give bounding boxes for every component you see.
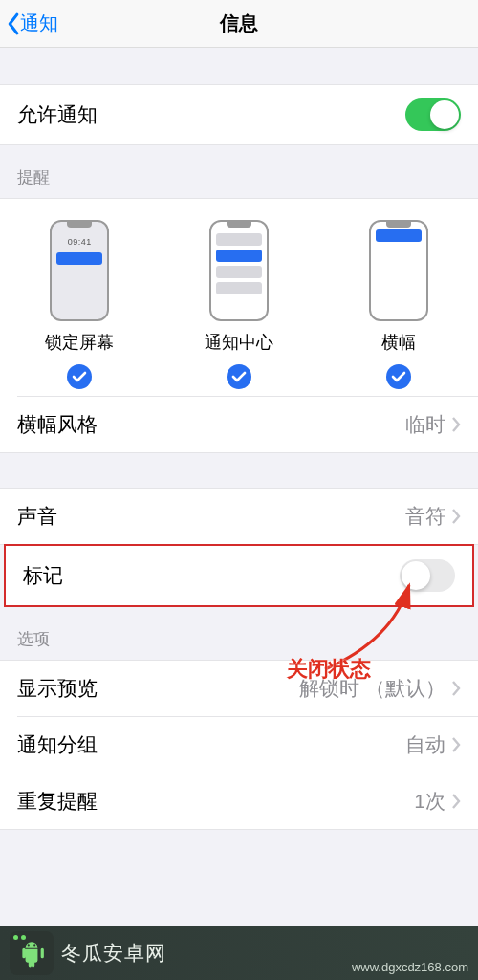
alert-option-banner[interactable]: 横幅 [319,220,477,390]
sound-badge-group: 声音 音符 [0,488,478,545]
sound-value: 音符 [405,503,445,530]
svg-point-1 [227,364,251,389]
badge-toggle[interactable] [400,559,455,592]
banner-style-row[interactable]: 横幅风格 临时 [0,397,478,452]
alerts-group: 09:41 锁定屏幕 通知中心 [0,198,478,453]
check-circle-icon [66,363,93,390]
grouping-value: 自动 [405,731,445,758]
svg-point-0 [67,364,92,389]
chevron-right-icon [451,793,461,810]
preview-row[interactable]: 显示预览 解锁时 （默认） [0,661,478,716]
nav-bar: 通知 信息 [0,0,478,48]
banner-style-label: 横幅风格 [17,411,405,438]
sound-label: 声音 [17,503,405,530]
grouping-label: 通知分组 [17,731,405,758]
chevron-right-icon [451,416,461,433]
chevron-right-icon [451,508,461,525]
badge-highlight-box: 标记 [4,544,474,607]
android-logo-icon [10,931,54,975]
preview-value: 解锁时 （默认） [299,675,445,702]
grouping-row[interactable]: 通知分组 自动 [0,717,478,773]
check-circle-icon [226,363,252,390]
chevron-right-icon [451,736,461,753]
alert-label: 通知中心 [205,331,273,354]
alert-label: 横幅 [381,331,416,354]
options-header: 选项 [0,607,478,660]
repeat-label: 重复提醒 [17,788,414,815]
page-title: 信息 [0,11,478,36]
svg-point-3 [28,944,30,946]
back-label: 通知 [20,11,58,36]
repeat-row[interactable]: 重复提醒 1次 [0,773,478,829]
repeat-value: 1次 [414,788,445,815]
back-button[interactable]: 通知 [0,11,58,36]
svg-point-4 [33,944,35,946]
chevron-left-icon [6,12,20,35]
options-group: 显示预览 解锁时 （默认） 通知分组 自动 重复提醒 1次 [0,660,478,830]
footer-brand: 冬瓜安卓网 [61,940,166,967]
allow-group: 允许通知 [0,84,478,145]
allow-toggle[interactable] [405,98,461,131]
footer-url: www.dgxcdz168.com [352,960,468,974]
chevron-right-icon [451,680,461,697]
preview-label: 显示预览 [17,675,299,702]
sound-row[interactable]: 声音 音符 [0,489,478,544]
alert-style-row: 09:41 锁定屏幕 通知中心 [0,199,478,396]
alert-option-lock[interactable]: 09:41 锁定屏幕 [1,220,159,390]
allow-label: 允许通知 [17,101,405,128]
check-circle-icon [385,363,412,390]
banner-style-value: 临时 [405,411,445,438]
alerts-header: 提醒 [0,145,478,198]
alert-option-center[interactable]: 通知中心 [160,220,317,390]
lock-screen-preview-icon: 09:41 [50,220,109,321]
badge-label: 标记 [23,562,400,589]
badge-row[interactable]: 标记 [6,546,472,605]
banner-preview-icon [369,220,428,321]
footer-watermark: 冬瓜安卓网 www.dgxcdz168.com [0,926,478,980]
allow-notifications-row[interactable]: 允许通知 [0,85,478,144]
svg-point-2 [386,364,411,389]
notification-center-preview-icon [209,220,269,321]
alert-label: 锁定屏幕 [45,331,114,354]
